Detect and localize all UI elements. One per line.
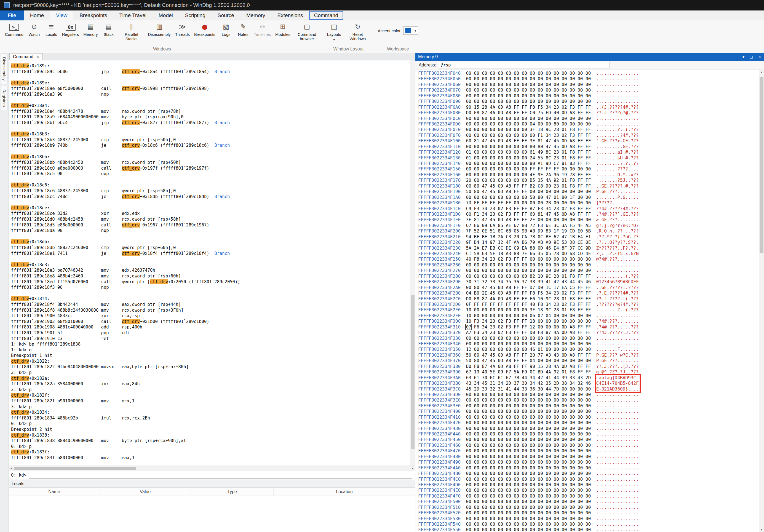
memory-row[interactable]: FFFFF3022334F330 00 00 00 00 00 00 00 00…: [418, 336, 764, 341]
memory-row[interactable]: FFFFF3022334F340 00 00 00 00 00 00 00 00…: [418, 341, 764, 347]
ribbon-item-modules[interactable]: ⊞Modules: [273, 22, 292, 37]
memory-row[interactable]: FFFFF3022334F0F0 00 00 00 00 00 00 00 00…: [418, 133, 764, 138]
memory-row[interactable]: FFFFF3022334F490 00 00 00 00 00 00 00 00…: [418, 459, 764, 465]
memory-row[interactable]: FFFFF3022334F4A0 00 00 00 00 00 00 00 00…: [418, 465, 764, 471]
memory-row[interactable]: FFFFF3022334F110 00 00 00 00 00 00 00 00…: [418, 144, 764, 149]
memory-row[interactable]: FFFFF3022334F3F0 00 00 00 00 00 00 00 00…: [418, 403, 764, 409]
close-icon[interactable]: ×: [758, 55, 761, 59]
memory-row[interactable]: FFFFF3022334F130 01 00 00 00 00 00 00 00…: [418, 155, 764, 161]
memory-row[interactable]: FFFFF3022334F080 00 00 00 00 00 00 00 00…: [418, 93, 764, 99]
chevron-down-icon[interactable]: ▾: [742, 55, 744, 59]
memory-row[interactable]: FFFFF3022334F370 50 80 47 45 0D A8 FF FF…: [418, 358, 764, 364]
ribbon-item-layouts[interactable]: ◫Layouts▾: [325, 22, 343, 42]
memory-row[interactable]: FFFFF3022334F510 00 00 00 00 00 00 00 00…: [418, 505, 764, 510]
branch-link[interactable]: Branch: [214, 251, 230, 256]
ribbon-item-breakpoints[interactable]: ●Breakpoints: [192, 22, 218, 37]
memory-row[interactable]: FFFFF3022334F480 00 00 00 00 00 00 00 00…: [418, 454, 764, 459]
memory-row[interactable]: FFFFF3022334F0E0 00 00 00 00 00 00 00 00…: [418, 127, 764, 132]
memory-row[interactable]: FFFFF3022334F0C0 00 00 00 00 00 00 00 00…: [418, 116, 764, 121]
memory-row[interactable]: FFFFF3022334F410 00 00 00 00 00 00 00 00…: [418, 415, 764, 420]
memory-row[interactable]: FFFFF3022334F4B0 00 00 00 00 00 00 00 00…: [418, 471, 764, 476]
memory-row[interactable]: FFFFF3022334F310 07 F6 34 23 02 F3 FF FF…: [418, 324, 764, 330]
memory-row[interactable]: FFFFF3022334F290 30 31 32 33 34 35 36 37…: [418, 279, 764, 284]
memory-row[interactable]: FFFFF3022334F300 10 F3 34 23 02 F3 FF FF…: [418, 318, 764, 324]
memory-pane-titlebar[interactable]: Memory 0 ▾ ▢ ×: [415, 53, 764, 61]
ribbon-item-disassembly[interactable]: ▥Disassembly: [146, 22, 173, 37]
memory-vertical-scrollbar[interactable]: ▴ ▾: [759, 70, 764, 532]
ribbon-item-timelines[interactable]: ↔Timelines: [252, 22, 273, 37]
memory-row[interactable]: FFFFF3022334F270 00 00 00 00 00 00 00 00…: [418, 268, 764, 273]
locals-column-value[interactable]: Value: [100, 488, 191, 496]
memory-row[interactable]: FFFFF3022334F430 00 00 00 00 00 00 00 00…: [418, 426, 764, 431]
memory-row[interactable]: FFFFF3022334F1B0 7D FF FF FF FF FF 00 00…: [418, 200, 764, 206]
memory-row[interactable]: FFFFF3022334F3A0 63 61 70 6C 61 67 7B 44…: [418, 375, 764, 381]
ribbon-tab-model[interactable]: Model: [152, 10, 179, 20]
memory-row[interactable]: FFFFF3022334F1A0 00 00 00 00 00 00 00 00…: [418, 195, 764, 200]
accent-color-dropdown[interactable]: ▾: [403, 27, 418, 35]
memory-row[interactable]: FFFFF3022334F3D0 00 00 00 00 00 00 00 00…: [418, 392, 764, 397]
branch-link[interactable]: Branch: [214, 194, 230, 199]
memory-row[interactable]: FFFFF3022334F2E0 10 00 00 00 00 00 00 00…: [418, 307, 764, 313]
memory-row[interactable]: FFFFF3022334F050 00 00 00 00 00 00 00 00…: [418, 76, 764, 82]
memory-row[interactable]: FFFFF3022334F3B0 43 34 45 31 34 2D 37 30…: [418, 381, 764, 386]
ribbon-item-notes[interactable]: ✎Notes: [235, 22, 252, 37]
ribbon-item-locals[interactable]: ≡Locals: [43, 22, 60, 37]
branch-link[interactable]: Branch: [214, 69, 230, 74]
ribbon-tab-file[interactable]: File: [0, 10, 24, 20]
ribbon-item-stack[interactable]: ▤Stack: [100, 22, 117, 37]
memory-row[interactable]: FFFFF3022334F440 00 00 00 00 00 00 00 00…: [418, 431, 764, 437]
memory-row[interactable]: FFFFF3022334F200 7F 52 0E 51 8C 68 05 9B…: [418, 228, 764, 234]
ribbon-tab-extensions[interactable]: Extensions: [272, 10, 309, 20]
memory-row[interactable]: FFFFF3022334F460 00 00 00 00 00 00 00 00…: [418, 443, 764, 448]
memory-row[interactable]: FFFFF3022334F2C0 D0 F8 87 4A 0D A8 FF FF…: [418, 296, 764, 302]
ribbon-tab-time-travel[interactable]: Time Travel: [113, 10, 153, 20]
memory-row[interactable]: FFFFF3022334F150 00 00 00 00 00 00 00 00…: [418, 166, 764, 172]
memory-row[interactable]: FFFFF3022334F420 00 00 00 00 00 00 00 00…: [418, 420, 764, 426]
memory-row[interactable]: FFFFF3022334F390 67 19 40 5E 09 F7 5A F9…: [418, 369, 764, 375]
up-arrow-icon[interactable]: ▴: [759, 70, 764, 75]
ribbon-item-parallel-stacks[interactable]: ∥Parallel Stacks: [117, 22, 146, 42]
memory-row[interactable]: FFFFF3022334F4C0 00 00 00 00 00 00 00 00…: [418, 476, 764, 482]
memory-row[interactable]: FFFFF3022334F320 A7 F3 34 23 02 F3 FF FF…: [418, 330, 764, 335]
memory-row[interactable]: FFFFF3022334F240 C1 5B 63 5F 18 A3 88 7E…: [418, 251, 764, 257]
ribbon-item-watch[interactable]: ⊙Watch: [26, 22, 43, 37]
memory-row[interactable]: FFFFF3022334F060 00 00 00 00 00 00 00 00…: [418, 82, 764, 88]
memory-row[interactable]: FFFFF3022334F070 00 00 00 00 00 00 00 00…: [418, 88, 764, 93]
memory-row[interactable]: FFFFF3022334F090 00 00 00 00 00 00 00 00…: [418, 99, 764, 104]
memory-row[interactable]: FFFFF3022334F1E0 3E 81 47 45 0D A8 FF FF…: [418, 217, 764, 223]
memory-row[interactable]: FFFFF3022334F500 00 00 00 00 00 00 00 00…: [418, 499, 764, 504]
memory-row[interactable]: FFFFF3022334F100 60 81 47 45 0D A8 FF FF…: [418, 138, 764, 144]
ribbon-tab-memory[interactable]: Memory: [240, 10, 272, 20]
memory-row[interactable]: FFFFF3022334F400 00 00 00 00 00 00 00 00…: [418, 409, 764, 414]
memory-row[interactable]: FFFFF3022334F0D0 00 00 00 00 00 00 00 00…: [418, 121, 764, 127]
ribbon-item-command[interactable]: >_Command: [3, 22, 26, 37]
locals-column-name[interactable]: Name: [9, 488, 100, 496]
memory-row[interactable]: FFFFF3022334F210 94 BF BE 1B 2A C3 20 CA…: [418, 234, 764, 240]
ribbon-tab-view[interactable]: View: [50, 10, 73, 20]
command-horizontal-scrollbar[interactable]: ◂ ▸: [9, 465, 415, 471]
memory-row[interactable]: FFFFF3022334F360 50 80 47 45 0D A8 FF FF…: [418, 352, 764, 358]
memory-row[interactable]: FFFFF3022334F190 50 80 47 45 0D A8 FF FF…: [418, 189, 764, 194]
close-icon[interactable]: ×: [37, 54, 39, 59]
memory-row[interactable]: FFFFF3022334F2A0 00 80 47 45 0D A8 FF FF…: [418, 285, 764, 290]
memory-row[interactable]: FFFFF3022334F470 00 00 00 00 00 00 00 00…: [418, 448, 764, 454]
locals-column-type[interactable]: Type: [191, 488, 274, 496]
side-tab-disassembly[interactable]: Disassembly: [1, 54, 7, 84]
memory-row[interactable]: FFFFF3022334F0A0 90 15 28 4A 0D A8 FF FF…: [418, 104, 764, 110]
memory-row[interactable]: FFFFF3022334F140 00 00 00 00 00 00 00 00…: [418, 161, 764, 166]
ribbon-item-logs[interactable]: ▧Logs: [217, 22, 235, 37]
memory-row[interactable]: FFFFF3022334F160 00 00 00 00 00 00 00 00…: [418, 172, 764, 178]
memory-row[interactable]: FFFFF3022334F4E0 00 00 00 00 00 00 00 00…: [418, 488, 764, 493]
ribbon-tab-scripting[interactable]: Scripting: [179, 10, 212, 20]
branch-link[interactable]: Branch: [214, 120, 230, 125]
memory-row[interactable]: FFFFF3022334F550 00 00 00 00 00 00 00 00…: [418, 527, 764, 532]
right-arrow-icon[interactable]: ▸: [410, 466, 415, 471]
branch-link[interactable]: Branch: [214, 143, 230, 148]
memory-row[interactable]: FFFFF3022334F260 00 00 00 00 00 00 00 00…: [418, 262, 764, 268]
ribbon-item-registers[interactable]: 0xRegisters: [60, 22, 81, 37]
ribbon-item-memory[interactable]: ▦Memory: [81, 22, 100, 37]
memory-row[interactable]: FFFFF3022334F170 20 00 00 00 00 00 00 00…: [418, 178, 764, 183]
memory-selected-byte[interactable]: 07: [466, 324, 471, 330]
scrollbar-thumb[interactable]: [411, 295, 415, 449]
side-tab-registers[interactable]: Registers: [1, 86, 7, 110]
